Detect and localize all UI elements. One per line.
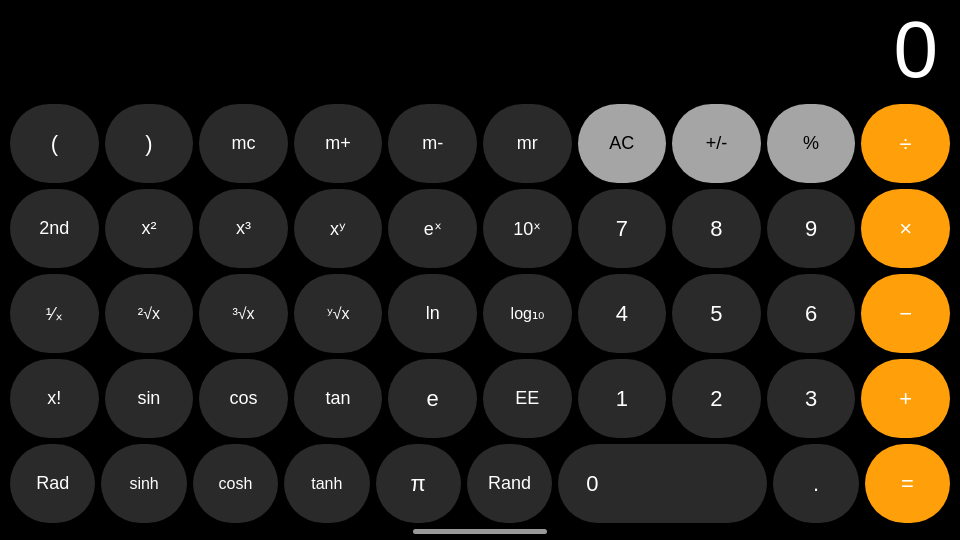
- display: 0: [0, 0, 960, 98]
- btn-cos[interactable]: cos: [199, 359, 288, 438]
- btn-e-const[interactable]: e: [388, 359, 477, 438]
- btn-sqrt3[interactable]: ³√x: [199, 274, 288, 353]
- btn-sqrt-y[interactable]: ʸ√x: [294, 274, 383, 353]
- btn-eight[interactable]: 8: [672, 189, 761, 268]
- btn-decimal[interactable]: .: [773, 444, 858, 523]
- btn-mr[interactable]: mr: [483, 104, 572, 183]
- btn-cosh[interactable]: cosh: [193, 444, 278, 523]
- btn-close-paren[interactable]: ): [105, 104, 194, 183]
- btn-five[interactable]: 5: [672, 274, 761, 353]
- row-4: RadsinhcoshtanhπRand0.=: [10, 444, 950, 523]
- row-0: ()mcm+m-mrAC+/-%÷: [10, 104, 950, 183]
- home-indicator: [0, 529, 960, 540]
- btn-pi[interactable]: π: [376, 444, 461, 523]
- btn-three[interactable]: 3: [767, 359, 856, 438]
- btn-two[interactable]: 2: [672, 359, 761, 438]
- btn-sin[interactable]: sin: [105, 359, 194, 438]
- btn-rand[interactable]: Rand: [467, 444, 552, 523]
- btn-six[interactable]: 6: [767, 274, 856, 353]
- row-3: x!sincostaneEE123+: [10, 359, 950, 438]
- btn-add[interactable]: +: [861, 359, 950, 438]
- btn-one[interactable]: 1: [578, 359, 667, 438]
- btn-e-to-x[interactable]: eˣ: [388, 189, 477, 268]
- calculator: ()mcm+m-mrAC+/-%÷2ndx²x³xʸeˣ10ˣ789×¹⁄ₓ²√…: [0, 98, 960, 529]
- btn-tanh[interactable]: tanh: [284, 444, 369, 523]
- btn-ac[interactable]: AC: [578, 104, 667, 183]
- row-1: 2ndx²x³xʸeˣ10ˣ789×: [10, 189, 950, 268]
- btn-x-squared[interactable]: x²: [105, 189, 194, 268]
- btn-x-to-y[interactable]: xʸ: [294, 189, 383, 268]
- btn-10-to-x[interactable]: 10ˣ: [483, 189, 572, 268]
- btn-m-minus[interactable]: m-: [388, 104, 477, 183]
- btn-2nd[interactable]: 2nd: [10, 189, 99, 268]
- btn-nine[interactable]: 9: [767, 189, 856, 268]
- row-2: ¹⁄ₓ²√x³√xʸ√xlnlog₁₀456−: [10, 274, 950, 353]
- btn-multiply[interactable]: ×: [861, 189, 950, 268]
- btn-factorial[interactable]: x!: [10, 359, 99, 438]
- btn-ee[interactable]: EE: [483, 359, 572, 438]
- btn-open-paren[interactable]: (: [10, 104, 99, 183]
- btn-log10[interactable]: log₁₀: [483, 274, 572, 353]
- btn-tan[interactable]: tan: [294, 359, 383, 438]
- btn-four[interactable]: 4: [578, 274, 667, 353]
- btn-sinh[interactable]: sinh: [101, 444, 186, 523]
- btn-equals[interactable]: =: [865, 444, 950, 523]
- home-bar: [413, 529, 547, 534]
- btn-sqrt2[interactable]: ²√x: [105, 274, 194, 353]
- btn-ln[interactable]: ln: [388, 274, 477, 353]
- btn-rad[interactable]: Rad: [10, 444, 95, 523]
- btn-m-plus[interactable]: m+: [294, 104, 383, 183]
- display-value: 0: [894, 10, 937, 90]
- btn-x-cubed[interactable]: x³: [199, 189, 288, 268]
- btn-percent[interactable]: %: [767, 104, 856, 183]
- btn-seven[interactable]: 7: [578, 189, 667, 268]
- btn-divide[interactable]: ÷: [861, 104, 950, 183]
- btn-inverse[interactable]: ¹⁄ₓ: [10, 274, 99, 353]
- btn-plus-minus[interactable]: +/-: [672, 104, 761, 183]
- btn-zero[interactable]: 0: [558, 444, 767, 523]
- btn-mc[interactable]: mc: [199, 104, 288, 183]
- btn-subtract[interactable]: −: [861, 274, 950, 353]
